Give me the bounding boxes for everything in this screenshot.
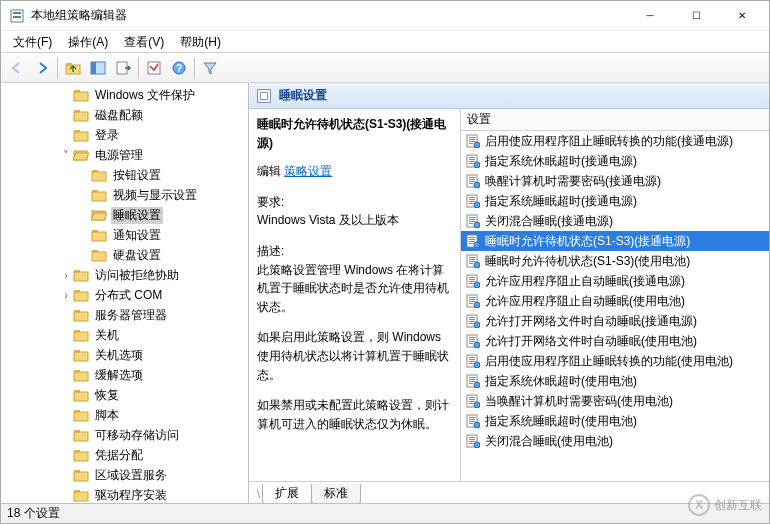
export-list-button[interactable] xyxy=(111,56,135,80)
tree-item-label: 访问被拒绝协助 xyxy=(95,268,179,282)
nav-forward-button[interactable] xyxy=(30,56,54,80)
tab-extended[interactable]: 扩展 xyxy=(262,484,312,504)
policy-row[interactable]: 允许打开网络文件时自动睡眠(使用电池) xyxy=(461,331,769,351)
tree-item[interactable]: 区域设置服务 xyxy=(1,465,248,485)
folder-icon xyxy=(73,288,89,302)
tree-item[interactable]: ˅电源管理 xyxy=(1,145,248,165)
tree-item-label: 通知设置 xyxy=(113,228,161,242)
svg-rect-86 xyxy=(469,241,475,242)
maximize-button[interactable]: ☐ xyxy=(673,1,719,31)
svg-point-106 xyxy=(474,302,480,308)
menu-help[interactable]: 帮助(H) xyxy=(172,31,229,53)
svg-point-130 xyxy=(474,382,480,388)
menu-file[interactable]: 文件(F) xyxy=(5,31,60,53)
content-area: Windows 文件保护磁盘配额登录˅电源管理按钮设置视频与显示设置睡眠设置通知… xyxy=(1,83,769,503)
svg-rect-133 xyxy=(469,399,475,400)
svg-rect-102 xyxy=(469,297,475,298)
expand-icon[interactable]: › xyxy=(59,269,73,281)
svg-rect-121 xyxy=(469,359,475,360)
tree-item[interactable]: 磁盘配额 xyxy=(1,105,248,125)
filter-button[interactable] xyxy=(198,56,222,80)
up-folder-button[interactable] xyxy=(61,56,85,80)
policy-row[interactable]: 关闭混合睡眠(接通电源) xyxy=(461,211,769,231)
policy-row[interactable]: 允许应用程序阻止自动睡眠(使用电池) xyxy=(461,291,769,311)
policy-row[interactable]: 允许打开网络文件时自动睡眠(接通电源) xyxy=(461,311,769,331)
menu-view[interactable]: 查看(V) xyxy=(116,31,172,53)
svg-rect-99 xyxy=(469,283,473,284)
policy-label: 允许应用程序阻止自动睡眠(使用电池) xyxy=(485,293,685,310)
policy-row[interactable]: 指定系统休眠超时(接通电源) xyxy=(461,151,769,171)
policy-list[interactable]: 启用使应用程序阻止睡眠转换的功能(接通电源)指定系统休眠超时(接通电源)唤醒计算… xyxy=(461,131,769,481)
tree-item[interactable]: 关机 xyxy=(1,325,248,345)
tree-item-label: 关机 xyxy=(95,328,119,342)
svg-rect-147 xyxy=(469,443,473,444)
tree-item[interactable]: 通知设置 xyxy=(1,225,248,245)
folder-icon xyxy=(73,108,89,122)
svg-rect-123 xyxy=(469,363,473,364)
tree-item[interactable]: 驱动程序安装 xyxy=(1,485,248,503)
svg-rect-36 xyxy=(74,332,88,341)
tree-item[interactable]: Windows 文件保护 xyxy=(1,85,248,105)
tree-item[interactable]: ›分布式 COM xyxy=(1,285,248,305)
policy-row[interactable]: 指定系统睡眠超时(接通电源) xyxy=(461,191,769,211)
tab-standard[interactable]: 标准 xyxy=(311,484,361,504)
policy-row[interactable]: 允许应用程序阻止自动睡眠(接通电源) xyxy=(461,271,769,291)
svg-rect-116 xyxy=(469,341,475,342)
properties-button[interactable] xyxy=(142,56,166,80)
svg-rect-104 xyxy=(469,301,475,302)
svg-rect-80 xyxy=(469,221,475,222)
policy-icon xyxy=(465,173,481,189)
policy-row[interactable]: 启用使应用程序阻止睡眠转换的功能(接通电源) xyxy=(461,131,769,151)
req-value: Windows Vista 及以上版本 xyxy=(257,211,452,230)
category-icon xyxy=(257,89,271,103)
tree-item[interactable]: 恢复 xyxy=(1,385,248,405)
policy-row[interactable]: 启用使应用程序阻止睡眠转换的功能(使用电池) xyxy=(461,351,769,371)
close-button[interactable]: ✕ xyxy=(719,1,765,31)
policy-row[interactable]: 唤醒计算机时需要密码(接通电源) xyxy=(461,171,769,191)
svg-rect-122 xyxy=(469,361,475,362)
tree-item[interactable]: ›访问被拒绝协助 xyxy=(1,265,248,285)
svg-rect-50 xyxy=(74,472,88,481)
tree-item[interactable]: 登录 xyxy=(1,125,248,145)
edit-policy-link[interactable]: 策略设置 xyxy=(284,164,332,178)
policy-label: 睡眠时允许待机状态(S1-S3)(使用电池) xyxy=(485,253,690,270)
folder-icon xyxy=(73,308,89,322)
svg-rect-79 xyxy=(469,219,475,220)
policy-icon xyxy=(465,393,481,409)
tree-item[interactable]: 缓解选项 xyxy=(1,365,248,385)
expand-icon[interactable]: ˅ xyxy=(59,149,73,162)
details-header: 睡眠设置 xyxy=(249,83,769,109)
tree-item[interactable]: 硬盘设置 xyxy=(1,245,248,265)
tree-item[interactable]: 脚本 xyxy=(1,405,248,425)
policy-row[interactable]: 睡眠时允许待机状态(S1-S3)(接通电源) xyxy=(461,231,769,251)
expand-icon[interactable]: › xyxy=(59,289,73,301)
tree-item[interactable]: 服务器管理器 xyxy=(1,305,248,325)
tree-item-label: 可移动存储访问 xyxy=(95,428,179,442)
tree-item[interactable]: 关机选项 xyxy=(1,345,248,365)
policy-row[interactable]: 当唤醒计算机时需要密码(使用电池) xyxy=(461,391,769,411)
policy-row[interactable]: 关闭混合睡眠(使用电池) xyxy=(461,431,769,451)
help-button[interactable]: ? xyxy=(167,56,191,80)
policy-row[interactable]: 指定系统休眠超时(使用电池) xyxy=(461,371,769,391)
app-window: 本地组策略编辑器 ─ ☐ ✕ 文件(F) 操作(A) 查看(V) 帮助(H) ?… xyxy=(0,0,770,524)
right-pane: 睡眠设置 睡眠时允许待机状态(S1-S3)(接通电源) 编辑 策略设置 要求: … xyxy=(249,83,769,503)
show-hide-tree-button[interactable] xyxy=(86,56,110,80)
policy-icon xyxy=(465,193,481,209)
svg-rect-81 xyxy=(469,223,473,224)
tree-item[interactable]: 按钮设置 xyxy=(1,165,248,185)
svg-rect-34 xyxy=(74,312,88,321)
tree-item[interactable]: 视频与显示设置 xyxy=(1,185,248,205)
tree-item[interactable]: 凭据分配 xyxy=(1,445,248,465)
svg-rect-57 xyxy=(469,143,473,144)
menu-action[interactable]: 操作(A) xyxy=(60,31,116,53)
folder-icon xyxy=(73,148,89,162)
minimize-button[interactable]: ─ xyxy=(627,1,673,31)
policy-row[interactable]: 睡眠时允许待机状态(S1-S3)(使用电池) xyxy=(461,251,769,271)
policy-row[interactable]: 指定系统睡眠超时(使用电池) xyxy=(461,411,769,431)
list-header[interactable]: 设置 xyxy=(461,109,769,131)
tree-item[interactable]: 睡眠设置 xyxy=(1,205,248,225)
tree-pane[interactable]: Windows 文件保护磁盘配额登录˅电源管理按钮设置视频与显示设置睡眠设置通知… xyxy=(1,83,249,503)
tree-item[interactable]: 可移动存储访问 xyxy=(1,425,248,445)
policy-label: 允许打开网络文件时自动睡眠(接通电源) xyxy=(485,313,697,330)
folder-icon xyxy=(91,248,107,262)
